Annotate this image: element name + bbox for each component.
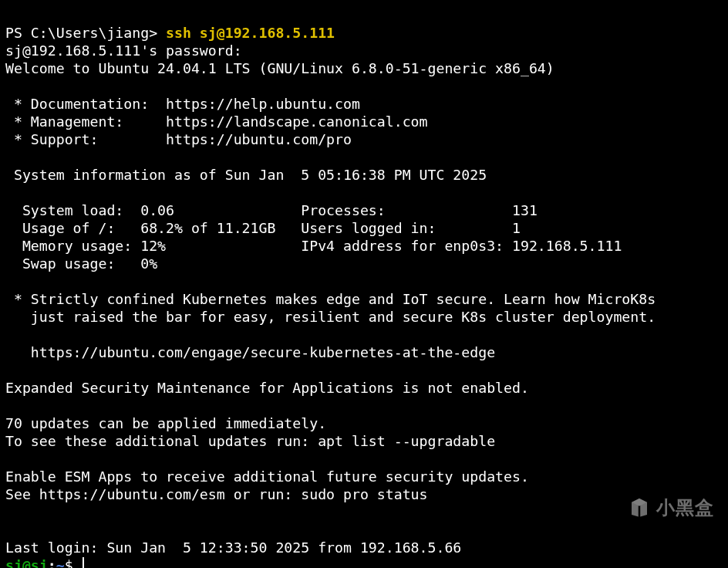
esm-enable-2: See https://ubuntu.com/esm or run: sudo … bbox=[5, 486, 428, 502]
support-line: * Support: https://ubuntu.com/pro bbox=[5, 131, 352, 147]
documentation-line: * Documentation: https://help.ubuntu.com bbox=[5, 96, 360, 112]
sysinfo-row-3: Memory usage: 12% IPv4 address for enp0s… bbox=[5, 238, 622, 254]
heybox-logo-icon bbox=[628, 460, 652, 554]
sysinfo-row-1: System load: 0.06 Processes: 131 bbox=[5, 202, 538, 218]
prompt-user: sj@sj bbox=[5, 557, 48, 568]
sysinfo-row-4: Swap usage: 0% bbox=[5, 255, 157, 272]
sysinfo-row-2: Usage of /: 68.2% of 11.21GB Users logge… bbox=[5, 220, 521, 236]
prompt-path: ~ bbox=[56, 557, 65, 568]
management-line: * Management: https://landscape.canonica… bbox=[5, 113, 428, 130]
k8s-url: https://ubuntu.com/engage/secure-kuberne… bbox=[5, 344, 495, 360]
esm-not-enabled: Expanded Security Maintenance for Applic… bbox=[5, 380, 529, 396]
esm-enable-1: Enable ESM Apps to receive additional fu… bbox=[5, 468, 529, 485]
ssh-command: ssh sj@192.168.5.111 bbox=[166, 25, 335, 41]
prompt-colon: : bbox=[48, 557, 56, 568]
watermark: 小黑盒 bbox=[628, 460, 714, 554]
cursor[interactable] bbox=[83, 557, 84, 568]
k8s-line-1: * Strictly confined Kubernetes makes edg… bbox=[5, 291, 656, 307]
sysinfo-header: System information as of Sun Jan 5 05:16… bbox=[5, 167, 487, 183]
ps-prompt: PS C:\Users\jiang> bbox=[5, 25, 166, 41]
updates-line-1: 70 updates can be applied immediately. bbox=[5, 415, 326, 431]
k8s-line-2: just raised the bar for easy, resilient … bbox=[5, 309, 656, 325]
last-login: Last login: Sun Jan 5 12:33:50 2025 from… bbox=[5, 539, 461, 556]
prompt-dollar: $ bbox=[65, 557, 82, 568]
watermark-text: 小黑盒 bbox=[656, 499, 714, 516]
welcome-line: Welcome to Ubuntu 24.04.1 LTS (GNU/Linux… bbox=[5, 60, 554, 76]
terminal-output[interactable]: PS C:\Users\jiang> ssh sj@192.168.5.111 … bbox=[0, 0, 728, 568]
password-prompt: sj@192.168.5.111's password: bbox=[5, 42, 242, 59]
updates-line-2: To see these additional updates run: apt… bbox=[5, 433, 495, 449]
